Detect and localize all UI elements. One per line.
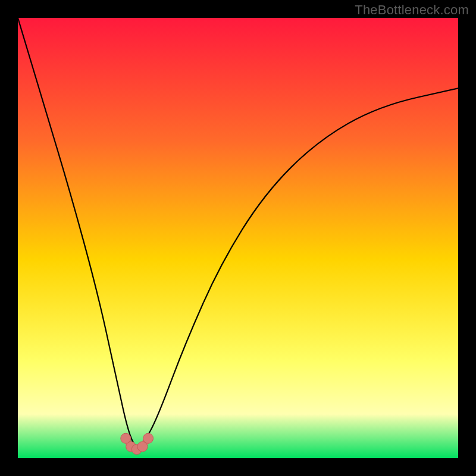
watermark-text: TheBottleneck.com bbox=[355, 2, 469, 18]
chart-frame: TheBottleneck.com bbox=[0, 0, 476, 476]
marker-dot bbox=[143, 433, 154, 443]
curve-left-branch bbox=[18, 18, 137, 449]
curve-right-branch bbox=[137, 88, 458, 449]
plot-area bbox=[18, 18, 458, 458]
curve-layer bbox=[18, 18, 458, 458]
